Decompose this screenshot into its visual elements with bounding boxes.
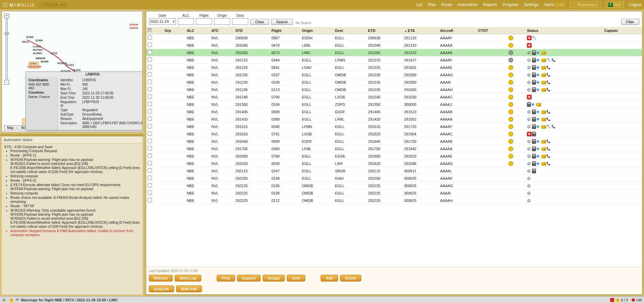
nav-maintenance[interactable]: Maintenance — [570, 2, 601, 7]
gear-icon[interactable] — [527, 73, 532, 77]
flights-grid[interactable]: Grp ALC ATC STD Flight Origin Dest ETD ▲… — [146, 27, 642, 267]
red-icon[interactable] — [527, 36, 532, 40]
calc-icon[interactable] — [532, 65, 536, 70]
gear-icon[interactable] — [527, 65, 532, 70]
calc-icon[interactable] — [532, 117, 536, 122]
col-ctot[interactable]: CTOT — [477, 27, 507, 34]
row-checkbox[interactable] — [148, 72, 152, 77]
mail-icon[interactable] — [541, 66, 546, 70]
rwr-icon[interactable] — [546, 58, 551, 62]
row-checkbox[interactable] — [148, 198, 152, 202]
wifi-icon[interactable] — [536, 50, 541, 55]
row-checkbox[interactable] — [148, 109, 152, 114]
calc-icon[interactable] — [527, 102, 531, 107]
calc-icon[interactable] — [532, 132, 536, 136]
col-captain[interactable]: Captain — [603, 27, 642, 34]
row-checkbox[interactable] — [148, 80, 152, 84]
table-row[interactable]: NBENVL2909300967 EDDHEGLL290930291120AAA… — [146, 34, 642, 42]
table-row[interactable]: NBENVL2913500169 EGLLZSPD291350300050AAA… — [146, 101, 642, 108]
col-dest[interactable]: Dest — [334, 27, 367, 34]
search-button[interactable]: Search — [271, 19, 293, 25]
gear-icon[interactable] — [527, 154, 532, 159]
delete-button[interactable]: Delete — [340, 275, 361, 282]
status-gear-icon[interactable] — [2, 298, 7, 302]
col-status[interactable]: Status — [526, 27, 603, 34]
gear-icon[interactable] — [527, 58, 532, 62]
rwr-icon[interactable] — [546, 124, 551, 129]
filter-date-input[interactable]: 2022-11-29 ▲▼ — [149, 18, 176, 25]
mail-icon[interactable] — [541, 88, 546, 92]
nav-settings[interactable]: Settings — [524, 2, 538, 7]
table-row[interactable]: NBENVL2922250112 OMDBEGLL292225300625AAA… — [146, 197, 642, 204]
filter-alc-input[interactable] — [178, 18, 194, 25]
col-alc[interactable]: ALC — [185, 27, 210, 34]
table-row[interactable]: NBENVL2918200558 EGLLLIRF291820292046AAA… — [146, 160, 642, 167]
wifi-icon[interactable] — [536, 161, 541, 166]
calc-icon[interactable] — [532, 50, 536, 55]
col-origin[interactable]: Origin — [301, 27, 333, 34]
table-row[interactable]: NBENVL2910400479 LEBLEGLL291040291310AAA… — [146, 42, 642, 49]
calc-icon[interactable] — [532, 110, 536, 114]
row-checkbox[interactable] — [148, 94, 152, 99]
multileg-button[interactable]: Multi-Leg — [175, 275, 201, 282]
mail-icon[interactable] — [541, 74, 546, 77]
gear-icon[interactable] — [527, 183, 532, 188]
assign-button[interactable]: Assign — [263, 275, 285, 282]
wifi-icon[interactable] — [536, 124, 541, 129]
nav-progress[interactable]: Progress — [502, 2, 519, 7]
tab-map[interactable]: Map — [4, 125, 16, 130]
row-checkbox[interactable] — [148, 146, 152, 150]
row-checkbox[interactable] — [148, 161, 152, 165]
row-checkbox[interactable] — [148, 50, 152, 54]
grip-icon[interactable] — [3, 2, 7, 7]
gear-icon[interactable] — [527, 176, 532, 181]
status-badge-2[interactable]: 148 — [632, 298, 642, 302]
table-row[interactable]: NBENVL2922000198 EGLLKIAH292200300625AAA… — [146, 175, 642, 182]
wifi-icon[interactable] — [531, 102, 536, 107]
mail-icon[interactable] — [541, 147, 546, 151]
gear-icon[interactable] — [527, 146, 532, 151]
calc-icon[interactable] — [532, 124, 536, 129]
warning-icon[interactable]: ! — [9, 298, 14, 302]
row-checkbox[interactable] — [148, 57, 152, 62]
gear-icon[interactable] — [527, 191, 532, 196]
calc-icon[interactable] — [532, 139, 536, 144]
calc-icon[interactable] — [532, 146, 536, 151]
calc-icon[interactable] — [532, 169, 536, 173]
calc-icon[interactable] — [532, 80, 536, 85]
call-icon[interactable] — [546, 154, 551, 159]
wifi-icon[interactable] — [536, 117, 541, 122]
row-checkbox[interactable] — [148, 154, 152, 158]
row-checkbox[interactable] — [148, 176, 152, 180]
col-etd[interactable]: ETD — [367, 27, 402, 34]
table-row[interactable]: NBENVL2914200368 EGLLLFML291420291552AAA… — [146, 116, 642, 123]
col-atc[interactable]: ATC — [210, 27, 234, 34]
auto-button[interactable]: Auto — [287, 275, 305, 282]
clear-button[interactable]: Clear — [250, 19, 269, 25]
row-checkbox[interactable] — [148, 43, 152, 47]
row-checkbox[interactable] — [148, 183, 152, 187]
red-icon[interactable] — [527, 43, 532, 48]
row-checkbox[interactable] — [148, 139, 152, 143]
wifi-icon[interactable] — [536, 87, 541, 92]
mail-icon[interactable] — [541, 162, 546, 166]
table-row[interactable]: NBENVL2912350107 EGLLOMDB291235292000AAA… — [146, 71, 642, 79]
mail-icon[interactable] — [541, 118, 546, 121]
filter-origin-input[interactable] — [214, 18, 230, 25]
col-grp[interactable]: Grp — [163, 27, 185, 34]
row-checkbox[interactable] — [148, 87, 152, 91]
gear-icon[interactable] — [527, 198, 532, 203]
call-icon[interactable] — [546, 80, 551, 85]
bulkedit-button[interactable]: Bulk Edit — [176, 286, 202, 292]
table-row[interactable]: NBENVL2912150344 EGLLLFMN291215291417AAA… — [146, 56, 642, 64]
gear-icon[interactable] — [527, 80, 532, 85]
call-icon[interactable] — [546, 73, 551, 77]
call-icon[interactable] — [546, 139, 551, 144]
calc-icon[interactable] — [532, 161, 536, 166]
table-row[interactable]: NBENVL2910500573 LIMCEGLL291050291223AAA… — [146, 49, 642, 56]
col-flight[interactable]: Flight — [270, 27, 301, 34]
mail-icon[interactable] — [536, 103, 541, 106]
call-icon[interactable] — [551, 58, 556, 62]
wifi-icon[interactable] — [536, 73, 541, 77]
call-icon[interactable] — [546, 110, 551, 114]
